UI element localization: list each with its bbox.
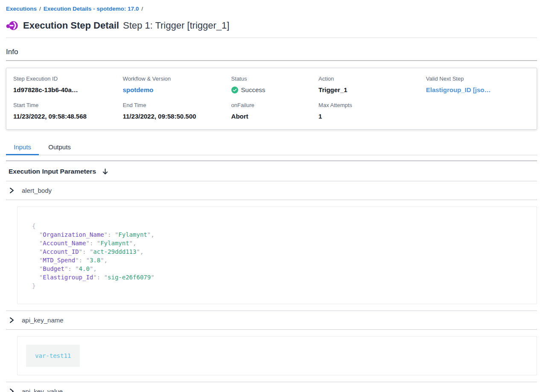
breadcrumb: Executions/Execution Details - spotdemo:…	[6, 0, 537, 12]
field-label: onFailure	[231, 102, 318, 109]
field-action: Action Trigger_1	[318, 75, 426, 94]
execution-input-parameters-title: Execution Input Parameters	[9, 168, 96, 175]
field-max-attempts: Max Attempts 1	[318, 102, 426, 120]
tab-bar: Inputs Outputs	[6, 139, 537, 155]
section-api-key-value[interactable]: api_key_value	[6, 382, 537, 392]
chevron-right-icon[interactable]	[9, 317, 15, 323]
api-key-name-value: var-test11	[26, 345, 80, 367]
execution-step-detail-page: Executions/Execution Details - spotdemo:…	[0, 0, 543, 392]
tab-outputs[interactable]: Outputs	[41, 139, 79, 155]
field-label: Status	[231, 75, 318, 82]
field-value: 11/23/2022, 09:58:50.500	[123, 113, 231, 120]
api-key-name-value-box: var-test11	[17, 336, 537, 375]
execution-input-parameters-header: Execution Input Parameters	[6, 161, 537, 181]
fylamynt-logo-icon	[6, 20, 18, 32]
section-label: api_key_value	[22, 388, 63, 392]
title-divider	[6, 38, 537, 38]
field-status: Status Success	[231, 75, 318, 94]
section-divider	[6, 329, 537, 330]
field-end-time: End Time 11/23/2022, 09:58:50.500	[123, 102, 231, 120]
breadcrumb-link-execution-details[interactable]: Execution Details - spotdemo: 17.0	[44, 6, 139, 12]
field-step-execution-id: Step Execution ID 1d97828c-13b6-40a…	[13, 75, 123, 94]
tab-inputs[interactable]: Inputs	[6, 139, 39, 155]
section-api-key-name[interactable]: api_key_name	[6, 311, 537, 329]
field-value: 11/23/2022, 09:58:48.568	[13, 113, 123, 120]
breadcrumb-separator: /	[39, 6, 41, 12]
field-start-time: Start Time 11/23/2022, 09:58:48.568	[13, 102, 123, 120]
field-label: End Time	[123, 102, 231, 109]
field-label: Step Execution ID	[13, 75, 123, 82]
breadcrumb-link-executions[interactable]: Executions	[6, 6, 37, 12]
breadcrumb-separator: /	[141, 6, 143, 12]
info-divider	[6, 60, 537, 61]
field-workflow-version: Workflow & Version spotdemo	[123, 75, 231, 94]
section-divider	[6, 200, 537, 200]
field-label: Start Time	[13, 102, 123, 109]
success-check-icon	[231, 87, 238, 93]
chevron-right-icon[interactable]	[9, 388, 15, 392]
field-onfailure: onFailure Abort	[231, 102, 318, 120]
page-subtitle: Step 1: Trigger [trigger_1]	[123, 20, 229, 31]
chevron-right-icon[interactable]	[9, 187, 15, 194]
info-grid: Step Execution ID 1d97828c-13b6-40a… Wor…	[13, 75, 530, 120]
section-alert-body[interactable]: alert_body	[6, 181, 537, 200]
field-valid-next-step: Valid Next Step Elastigroup_ID [jso…	[426, 75, 530, 94]
page-title: Execution Step Detail	[23, 20, 119, 32]
alert-body-code: { "Organization_Name": "Fylamynt", "Acco…	[17, 206, 537, 304]
info-card: Step Execution ID 1d97828c-13b6-40a… Wor…	[6, 68, 537, 130]
field-value: Trigger_1	[318, 86, 426, 94]
info-heading: Info	[6, 48, 537, 56]
page-header: Execution Step Detail Step 1: Trigger [t…	[6, 20, 537, 32]
section-label: api_key_name	[22, 317, 64, 324]
field-value: Abort	[231, 113, 318, 120]
field-value: 1d97828c-13b6-40a…	[13, 86, 123, 94]
section-label: alert_body	[22, 187, 52, 194]
field-label: Max Attempts	[318, 102, 426, 109]
status-text: Success	[241, 86, 266, 94]
arrow-down-icon[interactable]	[102, 168, 109, 175]
valid-next-step-link[interactable]: Elastigroup_ID [jso…	[426, 86, 530, 94]
workflow-link[interactable]: spotdemo	[123, 86, 231, 94]
field-label: Action	[318, 75, 426, 82]
field-value: 1	[318, 113, 426, 120]
status-badge: Success	[231, 86, 318, 94]
field-label: Valid Next Step	[426, 75, 530, 82]
field-label: Workflow & Version	[123, 75, 231, 82]
